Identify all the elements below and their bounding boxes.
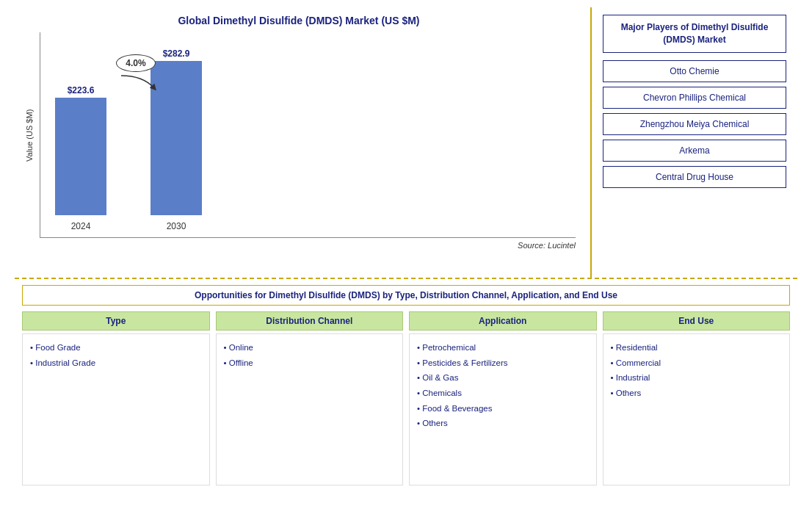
bar-2024 (55, 98, 106, 215)
opportunities-title: Opportunities for Dimethyl Disulfide (DM… (22, 285, 790, 306)
players-area: Major Players of Dimethyl Disulfide (DMD… (592, 7, 797, 278)
player-item-3: Arkema (603, 140, 786, 162)
cagr-oval: 4.0% (116, 54, 155, 72)
col-header-application: Application (409, 311, 597, 331)
col-application: Application Petrochemical Pesticides & F… (409, 311, 597, 485)
chart-plot: $223.6 2024 $282.9 2030 4.0% (40, 32, 576, 238)
col-content-enduse: Residential Commercial Industrial Others (603, 333, 791, 485)
bar-value-2030: $282.9 (163, 48, 190, 59)
type-item-1: Industrial Grade (30, 355, 202, 371)
bars-container: $223.6 2024 $282.9 2030 4.0% (40, 32, 576, 238)
chart-title: Global Dimethyl Disulfide (DMDS) Market … (22, 15, 576, 26)
bar-group-2030: $282.9 2030 (151, 48, 202, 215)
bar-2030 (151, 61, 202, 215)
app-item-2: Oil & Gas (417, 370, 589, 386)
bottom-section: Opportunities for Dimethyl Disulfide (DM… (15, 279, 797, 502)
dist-item-1: Offline (224, 355, 396, 371)
player-item-0: Otto Chemie (603, 60, 786, 82)
main-container: Global Dimethyl Disulfide (DMDS) Market … (0, 0, 812, 509)
app-item-0: Petrochemical (417, 340, 589, 355)
app-item-1: Pesticides & Fertilizers (417, 355, 589, 371)
enduse-item-0: Residential (611, 340, 783, 355)
player-item-4: Central Drug House (603, 166, 786, 188)
col-header-distribution: Distribution Channel (216, 311, 404, 331)
col-content-type: Food Grade Industrial Grade (22, 333, 210, 485)
cagr-annotation: 4.0% (114, 54, 158, 94)
dist-item-0: Online (224, 340, 396, 355)
player-item-2: Zhengzhou Meiya Chemical (603, 113, 786, 135)
bar-value-2024: $223.6 (68, 85, 95, 95)
chart-wrapper: Value (US $M) $223.6 2024 $282.9 (22, 32, 576, 238)
cagr-arrow-svg (114, 72, 158, 94)
enduse-item-3: Others (611, 386, 783, 401)
enduse-item-1: Commercial (611, 355, 783, 371)
y-axis-label: Value (US $M) (22, 32, 37, 238)
col-content-application: Petrochemical Pesticides & Fertilizers O… (409, 333, 597, 485)
app-item-5: Others (417, 416, 589, 431)
source-text: Source: Lucintel (22, 241, 576, 250)
players-title: Major Players of Dimethyl Disulfide (DMD… (603, 15, 786, 53)
col-type: Type Food Grade Industrial Grade (22, 311, 210, 485)
chart-area: Global Dimethyl Disulfide (DMDS) Market … (15, 7, 592, 278)
col-distribution: Distribution Channel Online Offline (216, 311, 404, 485)
enduse-item-2: Industrial (611, 370, 783, 386)
col-enduse: End Use Residential Commercial Industria… (603, 311, 791, 485)
col-header-enduse: End Use (603, 311, 791, 331)
top-section: Global Dimethyl Disulfide (DMDS) Market … (15, 7, 797, 279)
type-item-0: Food Grade (30, 340, 202, 355)
columns-grid: Type Food Grade Industrial Grade Distrib… (22, 311, 790, 485)
bar-label-2024: 2024 (71, 221, 91, 231)
col-header-type: Type (22, 311, 210, 331)
bar-group-2024: $223.6 2024 (55, 85, 106, 215)
app-item-3: Chemicals (417, 386, 589, 401)
col-content-distribution: Online Offline (216, 333, 404, 485)
bar-label-2030: 2030 (167, 221, 186, 231)
player-item-1: Chevron Phillips Chemical (603, 87, 786, 109)
app-item-4: Food & Beverages (417, 401, 589, 416)
